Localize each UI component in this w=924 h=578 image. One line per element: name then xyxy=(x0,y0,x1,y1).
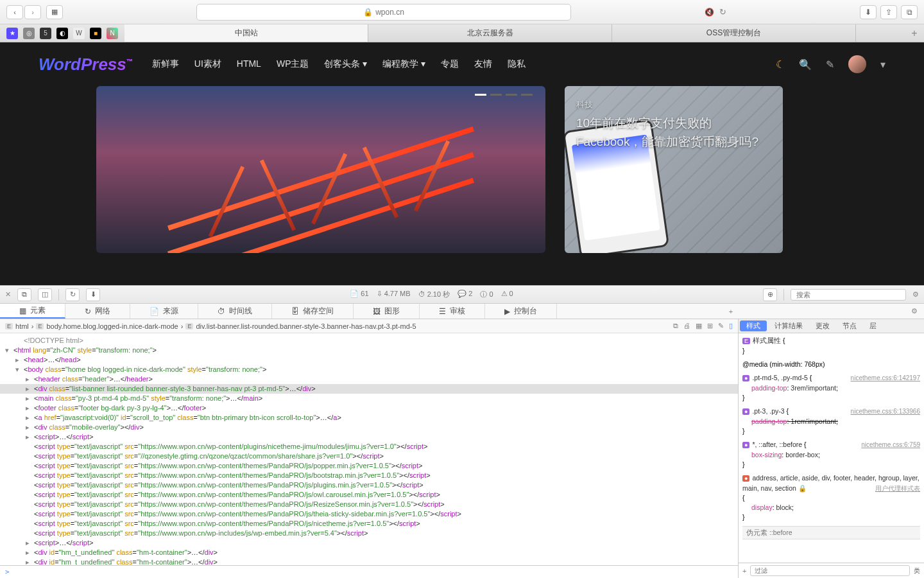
crumb[interactable]: div.list-banner.list-rounded.banner-styl… xyxy=(196,322,416,330)
favicon[interactable]: 5 xyxy=(40,28,51,39)
avatar[interactable] xyxy=(848,55,866,73)
tab-add[interactable]: + xyxy=(723,304,739,319)
share-button[interactable]: ⇪ xyxy=(880,5,897,19)
dom-tree-line[interactable]: <script type="text/javascript" src="http… xyxy=(0,500,738,509)
nav-item[interactable]: WP主题 xyxy=(277,58,309,70)
tab-console[interactable]: ▶ 控制台 xyxy=(485,304,557,319)
moon-icon[interactable]: ☾ xyxy=(776,58,785,71)
dom-tree-line[interactable]: ▸ <div id="hm_t_undefined" class="hm-t-c… xyxy=(0,557,738,565)
tab-elements[interactable]: ▦ 元素 xyxy=(0,304,65,319)
favicon[interactable]: ■ xyxy=(90,28,101,39)
nav-item[interactable]: 创客头条 ▾ xyxy=(324,58,367,70)
tab-storage[interactable]: 🗄 储存空间 xyxy=(272,304,354,319)
edit-icon[interactable]: ✎ xyxy=(826,58,834,71)
favicon[interactable]: ◎ xyxy=(23,28,35,39)
add-rule-icon[interactable]: + xyxy=(742,567,746,575)
dom-tree-line[interactable]: ▸ <script>…</script> xyxy=(0,538,738,548)
dom-tree-line[interactable]: <!DOCTYPE html> xyxy=(0,336,738,346)
dom-tree-line[interactable]: <script type="text/javascript" src="http… xyxy=(0,471,738,480)
filter-input[interactable] xyxy=(750,565,910,576)
tab-graphics[interactable]: 🖼 图形 xyxy=(354,304,420,319)
reload-icon[interactable]: ↻ xyxy=(719,7,726,17)
console-prompt[interactable]: > xyxy=(0,565,738,578)
gear-icon[interactable]: ⚙ xyxy=(912,290,919,299)
nav-item[interactable]: UI素材 xyxy=(194,58,221,70)
dom-tree-line[interactable]: <script type="text/javascript" src="http… xyxy=(0,519,738,529)
search-icon[interactable]: 🔍 xyxy=(799,58,812,71)
side-card[interactable]: 科技 10年前在数字支付失败的Facebook，能靠加密货币翻身吗? xyxy=(565,86,783,253)
download-button[interactable]: ⬇ xyxy=(86,288,100,301)
tab[interactable]: OSS管理控制台 xyxy=(612,24,856,42)
close-icon[interactable]: ✕ xyxy=(5,290,11,299)
downloads-button[interactable]: ⬇ xyxy=(860,5,877,19)
carousel-indicator[interactable] xyxy=(475,94,533,96)
dom-tree-line[interactable]: ▸ <div class="list-banner list-rounded b… xyxy=(0,384,738,394)
nav-back-button[interactable]: ‹ xyxy=(6,5,23,19)
grid-icon[interactable]: ⊞ xyxy=(707,322,713,330)
chevron-down-icon[interactable]: ▾ xyxy=(880,58,886,71)
tab-timeline[interactable]: ⏱ 时间线 xyxy=(198,304,272,319)
dock-button[interactable]: ⧉ xyxy=(17,288,31,301)
style-tab-styles[interactable]: 样式 xyxy=(740,320,767,331)
dom-tree-line[interactable]: ▸ <header class="header">…</header> xyxy=(0,374,738,384)
tab[interactable]: 北京云服务器 xyxy=(368,24,612,42)
favicon[interactable]: ★ xyxy=(6,28,18,39)
style-tab-layers[interactable]: 层 xyxy=(863,319,883,333)
mute-icon[interactable]: 🔇 xyxy=(705,8,714,17)
dom-tree-line[interactable]: ▸ <a href="javascript:void(0)" id="scrol… xyxy=(0,413,738,423)
dom-tree-line[interactable]: <script type="text/javascript" src="http… xyxy=(0,490,738,500)
pseudo-section: 伪元素 ::before xyxy=(742,526,920,539)
style-tab-node[interactable]: 节点 xyxy=(836,319,863,333)
dom-tree[interactable]: <!DOCTYPE html>▾ <html lang="zh-CN" styl… xyxy=(0,333,738,565)
style-tab-computed[interactable]: 计算结果 xyxy=(768,319,809,333)
tab-audit[interactable]: ☰ 审核 xyxy=(420,304,485,319)
favicon[interactable]: ◐ xyxy=(56,28,68,39)
favicon[interactable]: W xyxy=(73,28,85,39)
tab-network[interactable]: ↻ 网络 xyxy=(65,304,130,319)
dom-tree-line[interactable]: ▸ <main class="py-3 pt-md-4 pb-md-5" sty… xyxy=(0,394,738,403)
panel-icon[interactable]: ▯ xyxy=(729,322,733,330)
address-bar[interactable]: 🔒 wpon.cn xyxy=(196,4,571,21)
styles-body[interactable]: E样式属性 {} @media (min-width: 768px) ●.pt-… xyxy=(739,333,924,563)
site-logo[interactable]: WordPress™ xyxy=(38,55,133,74)
target-button[interactable]: ⊕ xyxy=(763,288,777,301)
flex-icon[interactable]: ▦ xyxy=(696,322,702,330)
dom-tree-line[interactable]: ▾ <html lang="zh-CN" style="transform: n… xyxy=(0,346,738,355)
dom-tree-line[interactable]: <script type="text/javascript" src="//qz… xyxy=(0,451,738,461)
devtools-search-input[interactable] xyxy=(791,289,906,301)
crumb[interactable]: html xyxy=(15,322,29,330)
tabs-overview-button[interactable]: ⧉ xyxy=(901,5,918,19)
dom-tree-line[interactable]: ▸ <div id="hm_t_undefined" class="hm-t-c… xyxy=(0,548,738,557)
print-icon[interactable]: 🖨 xyxy=(683,322,690,330)
split-button[interactable]: ◫ xyxy=(38,288,52,301)
crumb[interactable]: body.home.blog.logged-in.nice-dark-mode xyxy=(46,322,178,330)
dom-tree-line[interactable]: <script type="text/javascript" src="http… xyxy=(0,442,738,451)
dom-tree-line[interactable]: <script type="text/javascript" src="http… xyxy=(0,461,738,471)
style-tab-changes[interactable]: 更改 xyxy=(809,319,836,333)
dom-tree-line[interactable]: ▸ <footer class="footer bg-dark py-3 py-… xyxy=(0,403,738,413)
nav-item[interactable]: HTML xyxy=(237,58,261,70)
dom-tree-line[interactable]: ▸ <div class="mobile-overlay"></div> xyxy=(0,423,738,432)
favicon[interactable]: N xyxy=(107,28,118,39)
tab-sources[interactable]: 📄 来源 xyxy=(130,304,198,319)
hero-banner[interactable] xyxy=(96,86,545,253)
edit-icon[interactable]: ✎ xyxy=(718,322,724,330)
nav-item[interactable]: 新鲜事 xyxy=(152,58,179,70)
nav-item[interactable]: 编程教学 ▾ xyxy=(382,58,425,70)
nav-item[interactable]: 隐私 xyxy=(508,58,526,70)
sidebar-toggle-button[interactable]: ▦ xyxy=(46,5,63,19)
nav-item[interactable]: 专题 xyxy=(441,58,459,70)
layout-icon[interactable]: ⧉ xyxy=(673,322,678,330)
dom-tree-line[interactable]: ▾ <body class="home blog logged-in nice-… xyxy=(0,365,738,374)
gear-icon[interactable]: ⚙ xyxy=(905,304,924,319)
dom-tree-line[interactable]: ▸ <head>…</head> xyxy=(0,355,738,365)
reload-button[interactable]: ↻ xyxy=(65,288,80,301)
new-tab-button[interactable]: + xyxy=(905,28,924,39)
dom-tree-line[interactable]: <script type="text/javascript" src="http… xyxy=(0,509,738,519)
dom-tree-line[interactable]: <script type="text/javascript" src="http… xyxy=(0,480,738,490)
dom-tree-line[interactable]: <script type="text/javascript" src="http… xyxy=(0,529,738,538)
dom-tree-line[interactable]: ▸ <script>…</script> xyxy=(0,432,738,442)
tab-active[interactable]: 中国站 xyxy=(124,24,368,42)
nav-item[interactable]: 友情 xyxy=(474,58,492,70)
nav-forward-button[interactable]: › xyxy=(24,5,41,19)
